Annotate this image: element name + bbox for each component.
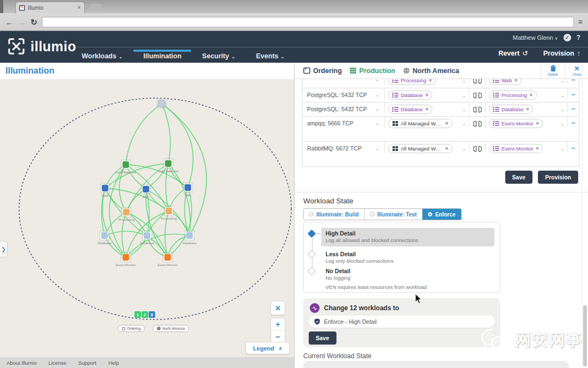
forward-icon[interactable]: →	[18, 18, 26, 26]
state-tab-illuminate-test[interactable]: Illuminate: Test	[365, 209, 423, 220]
breadcrumb-item-production[interactable]: Production	[350, 67, 395, 75]
footer-link-help[interactable]: Help	[108, 360, 119, 366]
workload-node-database[interactable]: Database	[140, 231, 154, 245]
detail-option-no-detail[interactable]: No DetailNo loggingVEN requires least re…	[321, 266, 494, 293]
service-select-chevron[interactable]: ⌄	[373, 92, 381, 98]
tab-close-icon[interactable]: ✕	[77, 5, 81, 10]
detail-option-less-detail[interactable]: Less DetailLog only blocked connections	[321, 249, 494, 267]
footer-link-about-illumio[interactable]: About Illumio	[7, 360, 36, 366]
provider-select-chevron[interactable]: ⌄	[460, 121, 468, 126]
remove-rule-button[interactable]: −	[567, 117, 579, 127]
remove-tag-icon[interactable]: ✕	[536, 146, 540, 151]
role-tag-database[interactable]: Database✕	[388, 105, 432, 114]
remove-rule-button[interactable]: −	[567, 88, 579, 99]
new-tab-button[interactable]	[90, 4, 101, 11]
remove-tag-icon[interactable]: ✕	[536, 121, 540, 126]
nav-item-security[interactable]: Security⌄	[202, 50, 235, 60]
address-bar[interactable]	[42, 17, 574, 27]
remove-tag-icon[interactable]: ✕	[445, 121, 449, 126]
traffic-link[interactable]	[105, 188, 126, 212]
provision-button[interactable]: Provision↑	[543, 50, 580, 57]
consumer-select-chevron[interactable]: ⌄	[559, 146, 566, 152]
traffic-link[interactable]	[126, 104, 162, 165]
workload-node[interactable]	[157, 99, 167, 108]
footer-link-support[interactable]: Support	[78, 360, 96, 366]
zoom-in-button[interactable]: +	[271, 318, 285, 330]
traffic-link[interactable]	[168, 164, 190, 236]
remove-tag-icon[interactable]: ✕	[425, 93, 429, 98]
service-select-chevron[interactable]: ⌄	[373, 79, 381, 82]
provider-select-chevron[interactable]: ⌄	[460, 146, 468, 152]
traffic-link[interactable]	[147, 211, 169, 236]
remove-tag-icon[interactable]: ✕	[428, 79, 432, 83]
detail-level-handle-3[interactable]	[308, 267, 316, 276]
group-count-badges[interactable]: 128	[134, 311, 155, 318]
user-menu[interactable]: Matthew Glenn∨ ✓ ?	[513, 34, 580, 41]
browser-menu-icon[interactable]: ≡	[578, 17, 583, 26]
role-tag-database[interactable]: Database✕	[388, 91, 432, 100]
save-button[interactable]: Save	[505, 171, 533, 184]
legend-button[interactable]: Legend∧	[246, 342, 290, 354]
remove-tag-icon[interactable]: ✕	[445, 146, 449, 151]
service-select-chevron[interactable]: ⌄	[373, 120, 381, 126]
workload-node-processing[interactable]: Processing	[118, 207, 134, 221]
remove-rule-button[interactable]: −	[567, 102, 579, 113]
scope-pill-ordering[interactable]: Ordering	[118, 325, 145, 332]
role-tag-database[interactable]: Database✕	[489, 105, 533, 114]
role-tag-web[interactable]: Web✕	[489, 79, 522, 85]
workload-node-load-balancer[interactable]: Load Balancer	[115, 160, 137, 174]
traffic-link[interactable]	[169, 211, 189, 236]
nav-item-illumination[interactable]: Illumination	[143, 50, 181, 60]
traffic-link[interactable]	[162, 104, 170, 164]
browser-tab[interactable]: Illumio ✕	[15, 2, 85, 13]
delete-button[interactable]: Delete	[541, 63, 565, 79]
remove-tag-icon[interactable]: ✕	[514, 79, 518, 83]
workload-node-web[interactable]: Web	[183, 183, 193, 197]
service-select-chevron[interactable]: ⌄	[373, 106, 381, 112]
remove-tag-icon[interactable]: ✕	[526, 107, 530, 112]
workload-node-web[interactable]: Web	[141, 184, 151, 198]
remove-tag-icon[interactable]: ✕	[529, 93, 533, 98]
change-state-select[interactable]: Enforce - High Detail	[309, 316, 495, 328]
state-tab-illuminate-build[interactable]: Illuminate: Build	[304, 209, 365, 220]
count-badge[interactable]: 2	[142, 311, 148, 318]
workload-node-event-monitor[interactable]: Event Monitor	[115, 252, 136, 267]
scope-tag-all-managed-wo-[interactable]: All Managed Wo...✕	[388, 119, 452, 128]
detail-level-handle-2[interactable]	[308, 250, 316, 259]
sidebar-expand-handle[interactable]: ❯	[0, 241, 8, 257]
role-tag-processing[interactable]: Processing✕	[388, 79, 436, 85]
role-tag-event-monitor[interactable]: Event Monitor✕	[489, 144, 543, 153]
role-tag-processing[interactable]: Processing✕	[489, 91, 537, 100]
nav-item-events[interactable]: Events⌄	[256, 50, 285, 60]
workload-node-database[interactable]: Database	[182, 231, 197, 245]
footer-link-license[interactable]: License	[48, 360, 66, 366]
revert-button[interactable]: Revert↺	[498, 49, 528, 57]
help-icon[interactable]: ?	[577, 34, 580, 41]
detail-level-handle-1[interactable]	[308, 230, 316, 238]
zoom-out-button[interactable]: −	[271, 330, 285, 342]
remove-rule-button[interactable]: −	[567, 79, 579, 84]
map-close-button[interactable]: ✕	[271, 301, 285, 315]
provision-rules-button[interactable]: Provision	[538, 171, 578, 184]
reload-icon[interactable]: ↻	[30, 18, 38, 26]
panel-scrollbar-thumb[interactable]	[583, 305, 587, 366]
role-tag-event-monitor[interactable]: Event Monitor✕	[489, 119, 543, 128]
breadcrumb-item-ordering[interactable]: Ordering	[303, 67, 342, 75]
remove-tag-icon[interactable]: ✕	[425, 107, 429, 112]
consumer-select-chevron[interactable]: ⌄	[559, 79, 566, 83]
workload-node-load-balancer[interactable]: Load Balancer	[158, 159, 179, 173]
scope-tag-all-managed-wo-[interactable]: All Managed Wo...✕	[388, 144, 452, 153]
traffic-link[interactable]	[102, 188, 126, 257]
traffic-link[interactable]	[126, 165, 188, 188]
breadcrumb-item-north-america[interactable]: North America	[403, 67, 460, 75]
count-badge[interactable]: 8	[149, 311, 155, 318]
illumination-map[interactable]: Load BalancerLoad BalancerWebWebWebProce…	[0, 79, 294, 357]
health-check-icon[interactable]: ✓	[564, 34, 571, 41]
consumer-select-chevron[interactable]: ⌄	[559, 93, 566, 98]
service-select-chevron[interactable]: ⌄	[373, 146, 381, 151]
nav-item-workloads[interactable]: Workloads⌄	[82, 50, 122, 60]
provider-select-chevron[interactable]: ⌄	[460, 107, 468, 112]
scope-pill-location[interactable]: North America	[152, 325, 189, 332]
state-tab-enforce[interactable]: Enforce	[422, 209, 461, 220]
change-save-button[interactable]: Save	[309, 331, 336, 345]
